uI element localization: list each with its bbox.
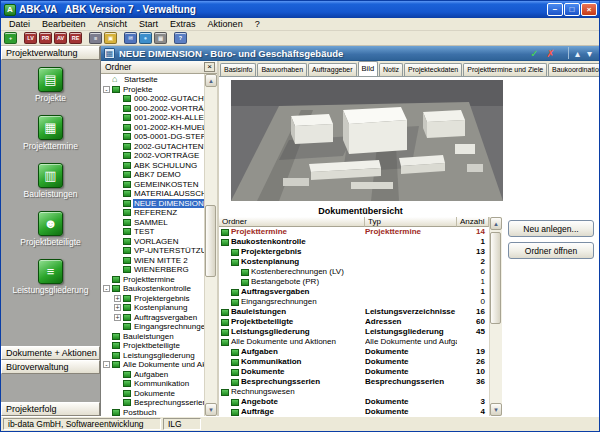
tree-expander-icon[interactable]: [103, 285, 110, 292]
tree-item[interactable]: Projekttermine: [101, 275, 204, 285]
table-row[interactable]: Kostenberechnungen (LV) 6: [219, 267, 489, 277]
tab-item[interactable]: Projekttermine und Ziele: [463, 63, 547, 76]
tree-item[interactable]: Leistungsgliederung: [101, 351, 204, 361]
table-row[interactable]: Eingangsrechnungen 0: [219, 297, 489, 307]
tree-item[interactable]: 001-2002-KH-ALLENTSTEIG: [101, 113, 204, 123]
sidebar-group-projekterfolg[interactable]: Projekterfolg: [1, 402, 100, 416]
tree-item[interactable]: 005-0001-DG-STEPHANSPLATZ: [101, 132, 204, 142]
maximize-button[interactable]: □: [564, 3, 580, 16]
tab-item[interactable]: Projekteckdaten: [404, 63, 462, 76]
tree-item[interactable]: Eingangsrechnungen: [101, 322, 204, 332]
pr-icon[interactable]: PR: [39, 32, 52, 44]
sidebar-item-bauleistungen[interactable]: ▥ Bauleistungen: [24, 163, 78, 199]
menu-item[interactable]: Aktionen: [202, 18, 249, 30]
table-row[interactable]: Projektbeteiligte Adressen 60: [219, 317, 489, 327]
tab-item[interactable]: Basisinfo: [220, 63, 256, 76]
column-header-ordner[interactable]: Ordner: [219, 217, 365, 227]
tree-item[interactable]: Dokumente: [101, 389, 204, 399]
tree-item[interactable]: Aufgaben: [101, 370, 204, 380]
panel-menu-icon[interactable]: ▾: [583, 47, 596, 59]
print-icon[interactable]: ≡: [89, 32, 102, 44]
mail-icon[interactable]: ✉: [124, 32, 137, 44]
tree-expander-icon[interactable]: [103, 86, 110, 93]
close-tree-icon[interactable]: ×: [204, 62, 215, 72]
sidebar-item-projektbeteiligte[interactable]: ☻ Projektbeteiligte: [20, 211, 80, 247]
panel-up-icon[interactable]: ▴: [568, 47, 580, 59]
table-row[interactable]: Projektergebnis 13: [219, 247, 489, 257]
menu-item[interactable]: Bearbeiten: [36, 18, 92, 30]
tree-item[interactable]: NEUE DIMENSION: [101, 199, 204, 209]
tree-item[interactable]: ABK SCHULUNG: [101, 161, 204, 171]
table-row[interactable]: Dokumente Dokumente 10: [219, 367, 489, 377]
tree-item[interactable]: Kommunikation: [101, 379, 204, 389]
column-header-anzahl[interactable]: Anzahl: [457, 217, 489, 227]
table-row[interactable]: Projekttermine Projekttermine 14: [219, 227, 489, 237]
table-row[interactable]: Aufgaben Dokumente 19: [219, 347, 489, 357]
tab-item[interactable]: Bauvorhaben: [257, 63, 307, 76]
ordner-oeffnen-button[interactable]: Ordner öffnen: [508, 242, 594, 259]
neu-anlegen-button[interactable]: Neu anlegen...: [508, 220, 594, 237]
tree-item[interactable]: Bauleistungen: [101, 332, 204, 342]
table-row[interactable]: Leistungsgliederung Leistungsgliederung …: [219, 327, 489, 337]
menu-item[interactable]: Ansicht: [92, 18, 134, 30]
globe-icon[interactable]: ●: [139, 32, 152, 44]
sidebar-group-dokumente-aktionen[interactable]: Dokumente + Aktionen: [1, 346, 100, 360]
sidebar-item-projekte[interactable]: ▤ Projekte: [35, 67, 66, 103]
tree-item[interactable]: VORLAGEN: [101, 237, 204, 247]
tree-item[interactable]: 2002-VORTRÄGE: [101, 151, 204, 161]
tree-expander-icon[interactable]: [114, 295, 121, 302]
tree-item[interactable]: Projektbeteiligte: [101, 341, 204, 351]
tree-item[interactable]: Postbuch: [101, 408, 204, 417]
tree-item[interactable]: SAMMEL: [101, 218, 204, 228]
scroll-down-icon[interactable]: [490, 403, 502, 416]
table-scroll-track[interactable]: [490, 230, 502, 403]
table-row[interactable]: Alle Dokumente und Aktionen Alle Dokumen…: [219, 337, 489, 347]
tree-scroll-thumb[interactable]: [205, 205, 216, 277]
tree-scrollbar[interactable]: [204, 74, 217, 416]
table-scroll-thumb[interactable]: [490, 232, 501, 324]
table-row[interactable]: Aufträge Dokumente 4: [219, 407, 489, 416]
tree-item[interactable]: Startseite: [101, 75, 204, 85]
tree-item[interactable]: Alle Dokumente und Aktionen: [101, 360, 204, 370]
cancel-icon[interactable]: ✗: [544, 47, 557, 59]
table-row[interactable]: Angebote Dokumente 3: [219, 397, 489, 407]
tree-item[interactable]: WIEN MITTE 2: [101, 256, 204, 266]
menu-item[interactable]: Datei: [3, 18, 36, 30]
confirm-icon[interactable]: ✓: [528, 47, 541, 59]
scroll-up-icon[interactable]: [490, 217, 502, 230]
new-icon[interactable]: +: [4, 32, 17, 44]
tree-expander-icon[interactable]: [114, 314, 121, 321]
calculator-icon[interactable]: ▦: [154, 32, 167, 44]
tree-item[interactable]: Kostenplanung: [101, 303, 204, 313]
tree-item[interactable]: 2002-GUTACHTENTÄTIGKEIT: [101, 142, 204, 152]
tab-item[interactable]: Baukoordination: [548, 63, 599, 76]
tree-item[interactable]: ABK7 DEMO: [101, 170, 204, 180]
tree-item[interactable]: Auftragsvergaben: [101, 313, 204, 323]
menu-item[interactable]: Extras: [164, 18, 202, 30]
folder-icon[interactable]: ▣: [104, 32, 117, 44]
tree-item[interactable]: GEMEINKOSTEN: [101, 180, 204, 190]
tab-item[interactable]: Bild: [358, 61, 379, 76]
close-button[interactable]: ×: [581, 3, 597, 16]
menu-item[interactable]: ?: [249, 18, 266, 30]
table-row[interactable]: Bestangebote (PR) 1: [219, 277, 489, 287]
av-icon[interactable]: AV: [54, 32, 67, 44]
tree-item[interactable]: 000-2002-VORTRÄGE: [101, 104, 204, 114]
scroll-down-icon[interactable]: [205, 403, 217, 416]
sidebar-group-projektverwaltung[interactable]: Projektverwaltung: [1, 46, 100, 60]
re-icon[interactable]: RE: [69, 32, 82, 44]
tree-item[interactable]: 000-2002-GUTACHTENTÄTIGKEIT: [101, 94, 204, 104]
tree-item[interactable]: Besprechungsserien: [101, 398, 204, 408]
table-row[interactable]: Kostenplanung 2: [219, 257, 489, 267]
tree-item[interactable]: TEST: [101, 227, 204, 237]
table-scrollbar[interactable]: [489, 217, 502, 416]
tree-item[interactable]: REFERENZ: [101, 208, 204, 218]
minimize-button[interactable]: −: [547, 3, 563, 16]
menu-item[interactable]: Start: [133, 18, 164, 30]
sidebar-group-bueroverwaltung[interactable]: Büroverwaltung: [1, 360, 100, 374]
tree-expander-icon[interactable]: [103, 361, 110, 368]
column-header-typ[interactable]: Typ: [365, 217, 457, 227]
tree-item[interactable]: Projektergebnis: [101, 294, 204, 304]
tree-expander-icon[interactable]: [114, 304, 121, 311]
tree-item[interactable]: VP-UNTERSTÜTZUNG: [101, 246, 204, 256]
